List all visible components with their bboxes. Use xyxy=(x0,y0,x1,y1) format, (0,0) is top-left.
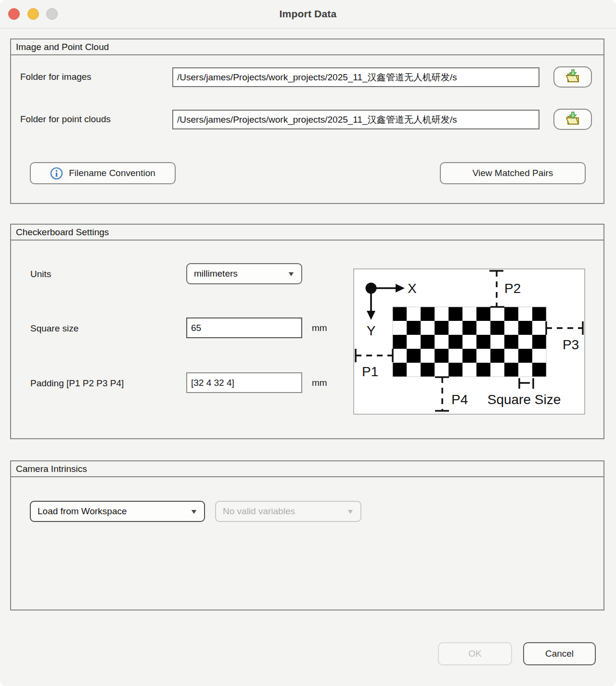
checkerboard-diagram: X Y P1 P2 P3 xyxy=(353,268,585,415)
folder-for-point-clouds-input[interactable]: /Users/james/Projects/work_projects/2025… xyxy=(172,110,539,129)
units-dropdown[interactable]: millimeters ▼ xyxy=(186,263,302,284)
chevron-down-icon: ▼ xyxy=(190,508,198,515)
folder-for-images-label: Folder for images xyxy=(20,71,91,83)
intrinsics-variables-value: No valid variables xyxy=(223,506,295,517)
title-bar: Import Data xyxy=(0,0,616,28)
close-window-button[interactable] xyxy=(8,8,20,20)
dialog-title: Import Data xyxy=(280,8,337,20)
image-point-cloud-panel-title: Image and Point Cloud xyxy=(11,39,603,55)
view-matched-pairs-button[interactable]: View Matched Pairs xyxy=(440,162,586,184)
cancel-button-label: Cancel xyxy=(545,648,574,659)
p1-label: P1 xyxy=(362,364,378,379)
intrinsics-source-value: Load from Workspace xyxy=(38,506,127,517)
filename-convention-label: Filename Convention xyxy=(69,168,155,178)
p2-label: P2 xyxy=(504,281,521,296)
ok-button-label: OK xyxy=(468,648,481,659)
p2-measure-line xyxy=(489,271,504,307)
cancel-button[interactable]: Cancel xyxy=(523,642,596,665)
chevron-down-icon: ▼ xyxy=(287,270,295,278)
filename-convention-button[interactable]: Filename Convention xyxy=(30,162,176,184)
p1-measure-line xyxy=(356,349,393,362)
import-data-dialog: Import Data Image and Point Cloud Folder… xyxy=(0,0,616,686)
open-folder-icon xyxy=(564,111,581,128)
browse-images-folder-button[interactable] xyxy=(553,66,592,88)
intrinsics-variables-dropdown: No valid variables ▼ xyxy=(215,501,361,522)
folder-for-images-input[interactable]: /Users/james/Projects/work_projects/2025… xyxy=(172,67,539,87)
square-size-label: Square size xyxy=(30,323,78,334)
open-folder-icon xyxy=(564,68,581,86)
view-matched-pairs-label: View Matched Pairs xyxy=(473,168,553,178)
camera-intrinsics-panel-title: Camera Intrinsics xyxy=(11,461,603,477)
checkerboard-diagram-svg: X Y P1 P2 P3 xyxy=(354,269,584,414)
checkerboard-settings-panel-title: Checkerboard Settings xyxy=(11,225,603,241)
square-size-input[interactable]: 65 xyxy=(186,318,302,338)
browse-point-clouds-folder-button[interactable] xyxy=(553,109,592,130)
camera-intrinsics-panel: Camera Intrinsics xyxy=(10,460,604,610)
p3-measure-line xyxy=(546,321,583,335)
padding-label: Padding [P1 P2 P3 P4] xyxy=(30,378,124,389)
square-size-measure xyxy=(519,378,533,389)
p4-label: P4 xyxy=(451,392,468,407)
units-label: Units xyxy=(30,268,51,280)
intrinsics-source-dropdown[interactable]: Load from Workspace ▼ xyxy=(30,501,205,522)
x-axis-label: X xyxy=(408,281,417,296)
ok-button: OK xyxy=(438,642,512,665)
info-icon xyxy=(50,167,63,180)
square-size-diagram-label: Square Size xyxy=(488,392,561,407)
minimize-window-button[interactable] xyxy=(27,8,39,20)
padding-input[interactable]: [32 4 32 4] xyxy=(186,372,302,393)
checkerboard-pattern xyxy=(393,307,546,377)
p4-measure-line xyxy=(435,377,449,411)
folder-for-point-clouds-label: Folder for point clouds xyxy=(20,114,111,125)
zoom-window-button xyxy=(46,8,58,20)
padding-unit-label: mm xyxy=(312,378,327,388)
p3-label: P3 xyxy=(563,337,579,352)
units-selected-value: millimeters xyxy=(194,268,238,279)
y-axis-label: Y xyxy=(367,323,376,338)
square-size-unit-label: mm xyxy=(312,323,327,333)
chevron-down-icon: ▼ xyxy=(346,508,354,515)
